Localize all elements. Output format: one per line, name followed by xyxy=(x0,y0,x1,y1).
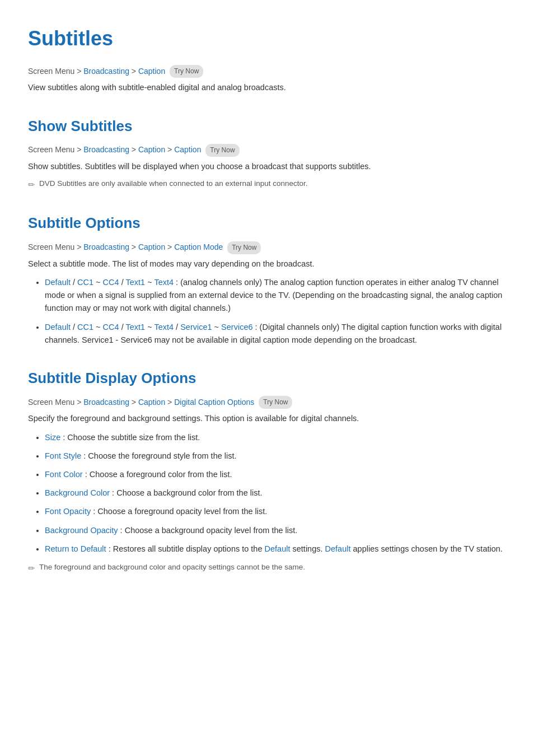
link-return-to-default[interactable]: Return to Default xyxy=(45,544,106,553)
subtitle-display-note-text: The foreground and background color and … xyxy=(39,561,305,573)
link-cc1-2[interactable]: CC1 xyxy=(77,323,93,332)
page-title: Subtitles xyxy=(28,22,506,55)
breadcrumb-subtitle-display-options: Screen Menu > Broadcasting > Caption > D… xyxy=(28,396,506,409)
breadcrumb-show-subtitles: Screen Menu > Broadcasting > Caption > C… xyxy=(28,143,506,157)
subtitle-options-list: Default / CC1 ~ CC4 / Text1 ~ Text4 : (a… xyxy=(45,276,506,347)
list-item-size: Size : Choose the subtitle size from the… xyxy=(45,431,506,444)
link-font-color[interactable]: Font Color xyxy=(45,470,83,479)
top-breadcrumb: Screen Menu > Broadcasting > Caption Try… xyxy=(28,65,506,78)
breadcrumb-screen-menu-3: Screen Menu xyxy=(28,398,74,407)
link-cc1-1[interactable]: CC1 xyxy=(77,278,93,287)
link-background-color[interactable]: Background Color xyxy=(45,488,110,497)
link-default-2[interactable]: Default xyxy=(45,323,71,332)
show-subtitles-note-text: DVD Subtitles are only available when co… xyxy=(39,178,308,190)
breadcrumb-broadcasting-1[interactable]: Broadcasting xyxy=(83,145,129,154)
heading-subtitle-options: Subtitle Options xyxy=(28,212,506,235)
subtitle-display-list: Size : Choose the subtitle size from the… xyxy=(45,431,506,556)
breadcrumb-caption-top[interactable]: Caption xyxy=(138,67,165,76)
list-item-font-opacity: Font Opacity : Choose a foreground opaci… xyxy=(45,505,506,518)
breadcrumb-caption-mode[interactable]: Caption Mode xyxy=(174,242,223,251)
breadcrumb-screen-menu: Screen Menu xyxy=(28,67,74,76)
show-subtitles-description: Show subtitles. Subtitles will be displa… xyxy=(28,160,506,173)
subtitle-display-description: Specify the foreground and background se… xyxy=(28,412,506,425)
show-subtitles-note: ✏ DVD Subtitles are only available when … xyxy=(28,178,506,192)
link-background-opacity[interactable]: Background Opacity xyxy=(45,526,118,535)
try-now-badge-2[interactable]: Try Now xyxy=(227,241,261,254)
breadcrumb-caption-1[interactable]: Caption xyxy=(138,145,165,154)
subtitle-display-note: ✏ The foreground and background color an… xyxy=(28,561,506,575)
list-item-background-color: Background Color : Choose a background c… xyxy=(45,487,506,500)
section-subtitle-display-options: Subtitle Display Options Screen Menu > B… xyxy=(28,367,506,575)
breadcrumb-subtitle-options: Screen Menu > Broadcasting > Caption > C… xyxy=(28,241,506,254)
pencil-icon-1: ✏ xyxy=(28,178,35,192)
breadcrumb-screen-menu-2: Screen Menu xyxy=(28,242,74,251)
list-item-analog: Default / CC1 ~ CC4 / Text1 ~ Text4 : (a… xyxy=(45,276,506,315)
list-item-return-to-default: Return to Default : Restores all subtitl… xyxy=(45,543,506,556)
list-item-digital: Default / CC1 ~ CC4 / Text1 ~ Text4 / Se… xyxy=(45,321,506,347)
try-now-badge-1[interactable]: Try Now xyxy=(205,144,239,157)
subtitle-options-description: Select a subtitle mode. The list of mode… xyxy=(28,258,506,270)
try-now-badge-top[interactable]: Try Now xyxy=(170,65,203,78)
link-service1[interactable]: Service1 xyxy=(180,323,212,332)
link-text4-1[interactable]: Text4 xyxy=(154,278,174,287)
link-text1-2[interactable]: Text1 xyxy=(125,323,145,332)
link-cc4-2[interactable]: CC4 xyxy=(103,323,119,332)
link-font-opacity[interactable]: Font Opacity xyxy=(45,507,91,516)
link-text4-2[interactable]: Text4 xyxy=(154,323,174,332)
top-description: View subtitles along with subtitle-enabl… xyxy=(28,81,506,94)
list-item-font-color: Font Color : Choose a foreground color f… xyxy=(45,468,506,481)
breadcrumb-broadcasting-3[interactable]: Broadcasting xyxy=(83,398,129,407)
breadcrumb-broadcasting-top[interactable]: Broadcasting xyxy=(83,67,129,76)
link-service6[interactable]: Service6 xyxy=(221,323,252,332)
link-default-1[interactable]: Default xyxy=(45,278,71,287)
try-now-badge-3[interactable]: Try Now xyxy=(259,396,292,409)
pencil-icon-2: ✏ xyxy=(28,562,35,575)
breadcrumb-screen-menu-1: Screen Menu xyxy=(28,145,74,154)
link-text1-1[interactable]: Text1 xyxy=(125,278,145,287)
link-default-3[interactable]: Default xyxy=(265,544,291,553)
link-font-style[interactable]: Font Style xyxy=(45,451,81,460)
list-item-background-opacity: Background Opacity : Choose a background… xyxy=(45,524,506,537)
breadcrumb-digital-caption-options[interactable]: Digital Caption Options xyxy=(174,398,254,407)
breadcrumb-broadcasting-2[interactable]: Broadcasting xyxy=(83,242,129,251)
section-show-subtitles: Show Subtitles Screen Menu > Broadcastin… xyxy=(28,115,506,192)
breadcrumb-caption-2[interactable]: Caption xyxy=(174,145,201,154)
section-subtitle-options: Subtitle Options Screen Menu > Broadcast… xyxy=(28,212,506,347)
link-default-4[interactable]: Default xyxy=(325,544,351,553)
breadcrumb-caption-3[interactable]: Caption xyxy=(138,242,165,251)
list-item-font-style: Font Style : Choose the foreground style… xyxy=(45,450,506,463)
heading-show-subtitles: Show Subtitles xyxy=(28,115,506,138)
link-cc4-1[interactable]: CC4 xyxy=(103,278,119,287)
breadcrumb-caption-4[interactable]: Caption xyxy=(138,398,165,407)
link-size[interactable]: Size xyxy=(45,433,60,442)
heading-subtitle-display-options: Subtitle Display Options xyxy=(28,367,506,390)
